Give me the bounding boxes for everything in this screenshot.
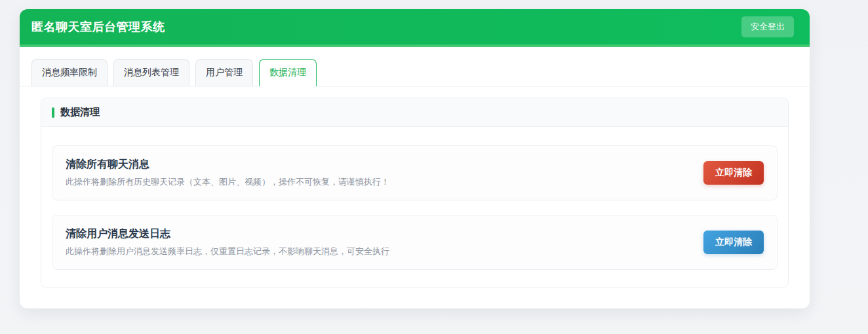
tab-message-list-management[interactable]: 消息列表管理 bbox=[113, 59, 189, 86]
tab-user-management[interactable]: 用户管理 bbox=[195, 59, 253, 86]
accent-bar-icon bbox=[52, 107, 54, 118]
data-cleanup-panel: 数据清理 清除所有聊天消息 此操作将删除所有历史聊天记录（文本、图片、视频），操… bbox=[41, 98, 789, 288]
logout-button[interactable]: 安全登出 bbox=[741, 16, 794, 37]
panel-title: 数据清理 bbox=[60, 106, 100, 119]
card-text: 清除用户消息发送日志 此操作将删除用户消息发送频率日志，仅重置日志记录，不影响聊… bbox=[66, 227, 389, 257]
admin-window: 匿名聊天室后台管理系统 安全登出 消息频率限制 消息列表管理 用户管理 数据清理… bbox=[20, 9, 810, 308]
card-title: 清除用户消息发送日志 bbox=[66, 227, 389, 241]
panel-body: 清除所有聊天消息 此操作将删除所有历史聊天记录（文本、图片、视频），操作不可恢复… bbox=[41, 127, 788, 287]
card-description: 此操作将删除所有历史聊天记录（文本、图片、视频），操作不可恢复，请谨慎执行！ bbox=[66, 176, 389, 188]
tab-data-cleanup[interactable]: 数据清理 bbox=[259, 59, 317, 86]
card-text: 清除所有聊天消息 此操作将删除所有历史聊天记录（文本、图片、视频），操作不可恢复… bbox=[66, 158, 389, 188]
panel-header: 数据清理 bbox=[41, 98, 788, 127]
tab-message-rate-limit[interactable]: 消息频率限制 bbox=[31, 59, 108, 86]
clear-chat-messages-button[interactable]: 立即清除 bbox=[703, 161, 764, 185]
app-header: 匿名聊天室后台管理系统 安全登出 bbox=[20, 9, 810, 47]
page-title: 匿名聊天室后台管理系统 bbox=[31, 19, 165, 35]
card-title: 清除所有聊天消息 bbox=[66, 158, 389, 172]
clear-send-logs-button[interactable]: 立即清除 bbox=[703, 231, 764, 254]
clear-send-logs-card: 清除用户消息发送日志 此操作将删除用户消息发送频率日志，仅重置日志记录，不影响聊… bbox=[52, 215, 778, 270]
clear-chat-messages-card: 清除所有聊天消息 此操作将删除所有历史聊天记录（文本、图片、视频），操作不可恢复… bbox=[52, 145, 778, 200]
tab-content: 数据清理 清除所有聊天消息 此操作将删除所有历史聊天记录（文本、图片、视频），操… bbox=[20, 86, 810, 308]
tab-bar: 消息频率限制 消息列表管理 用户管理 数据清理 bbox=[20, 47, 810, 86]
card-description: 此操作将删除用户消息发送频率日志，仅重置日志记录，不影响聊天消息，可安全执行 bbox=[66, 246, 389, 257]
